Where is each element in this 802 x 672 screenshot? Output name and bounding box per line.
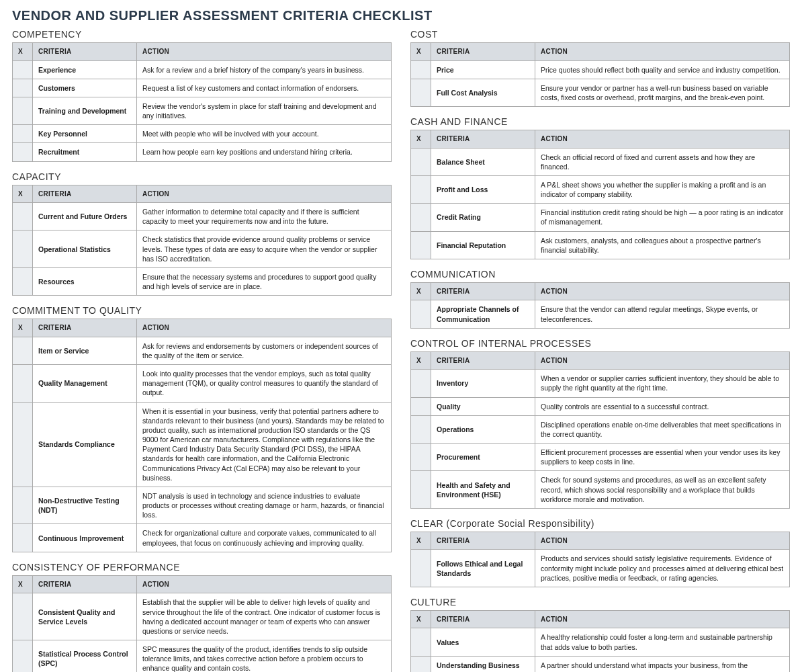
section-title: COMMUNICATION (410, 269, 790, 280)
checkbox-cell[interactable] (13, 79, 33, 97)
checkbox-cell[interactable] (411, 204, 431, 231)
criteria-cell: Inventory (431, 370, 535, 397)
checkbox-cell[interactable] (411, 415, 431, 443)
table-row: Full Cost AnalysisEnsure your vendor or … (411, 79, 790, 106)
criteria-cell: Values (431, 628, 535, 656)
criteria-cell: Item or Service (33, 337, 137, 364)
checkbox-cell[interactable] (411, 175, 431, 203)
checkbox-cell[interactable] (13, 125, 33, 143)
table-row: Item or ServiceAsk for reviews and endor… (13, 337, 392, 364)
checkbox-cell[interactable] (13, 337, 33, 364)
section-title: COMPETENCY (12, 29, 392, 40)
table-row: Understanding Business DriversA partner … (411, 656, 790, 672)
action-cell: Ask for a review and a brief history of … (137, 60, 392, 79)
criteria-cell: Consistent Quality and Service Levels (33, 593, 137, 640)
action-cell: Request a list of key customers and cont… (137, 79, 392, 97)
table-row: Credit RatingFinancial institution credi… (411, 204, 790, 231)
checkbox-cell[interactable] (13, 593, 33, 640)
checkbox-cell[interactable] (13, 640, 33, 672)
column-header-x: X (411, 130, 431, 149)
action-cell: Efficient procurement processes are esse… (535, 444, 790, 471)
checkbox-cell[interactable] (411, 550, 431, 587)
checkbox-cell[interactable] (411, 60, 431, 79)
checkbox-cell[interactable] (411, 79, 431, 106)
criteria-cell: Price (431, 60, 535, 79)
column-header-criteria: CRITERIA (431, 351, 535, 370)
column-header-x: X (13, 185, 33, 203)
checkbox-cell[interactable] (411, 444, 431, 471)
checkbox-cell[interactable] (411, 397, 431, 415)
criteria-cell: Statistical Process Control (SPC) (33, 640, 137, 672)
column-header-x: X (411, 282, 431, 300)
criteria-cell: Full Cost Analysis (431, 79, 535, 106)
column-header-action: ACTION (535, 532, 790, 550)
criteria-cell: Operational Statistics (33, 230, 137, 268)
section-title: CULTURE (410, 597, 790, 607)
checkbox-cell[interactable] (411, 300, 431, 328)
column-header-action: ACTION (535, 610, 790, 628)
table-row: Standards ComplianceWhen it is essential… (13, 402, 392, 487)
table-row: Follows Ethical and Legal StandardsProdu… (411, 550, 790, 587)
criteria-table: XCRITERIAACTIONAppropriate Channels of C… (410, 282, 790, 329)
checkbox-cell[interactable] (411, 148, 431, 175)
section: CONTROL OF INTERNAL PROCESSESXCRITERIAAC… (410, 338, 790, 509)
section: CLEAR (Corporate Social Responsibility)X… (410, 518, 790, 587)
table-row: Continuous ImprovementCheck for organiza… (13, 524, 392, 552)
criteria-cell: Key Personnel (33, 125, 137, 143)
checkbox-cell[interactable] (13, 487, 33, 524)
action-cell: A P&L sheet shows you whether the suppli… (535, 175, 790, 203)
criteria-table: XCRITERIAACTIONConsistent Quality and Se… (12, 575, 392, 672)
table-row: Balance SheetCheck an official record of… (411, 148, 790, 175)
action-cell: Ensure that the vendor can attend regula… (535, 300, 790, 328)
checkbox-cell[interactable] (13, 524, 33, 552)
criteria-cell: Quality Management (33, 365, 137, 403)
action-cell: Meet with people who will be involved wi… (137, 125, 392, 143)
checkbox-cell[interactable] (13, 203, 33, 230)
criteria-cell: Experience (33, 60, 137, 79)
action-cell: Disciplined operations enable on-time de… (535, 415, 790, 443)
checkbox-cell[interactable] (13, 267, 33, 295)
action-cell: Learn how people earn key positions and … (137, 143, 392, 161)
checkbox-cell[interactable] (13, 402, 33, 487)
checkbox-cell[interactable] (411, 656, 431, 672)
column-header-action: ACTION (137, 575, 392, 593)
column-header-criteria: CRITERIA (431, 130, 535, 149)
criteria-cell: Training and Development (33, 97, 137, 124)
action-cell: Financial institution credit rating shou… (535, 204, 790, 231)
action-cell: A healthy relationship could foster a lo… (535, 628, 790, 656)
section: COMMUNICATIONXCRITERIAACTIONAppropriate … (410, 269, 790, 329)
table-row: PricePrice quotes should reflect both qu… (411, 60, 790, 79)
table-row: RecruitmentLearn how people earn key pos… (13, 143, 392, 161)
column-header-action: ACTION (137, 185, 392, 203)
column-header-criteria: CRITERIA (431, 610, 535, 628)
action-cell: Ensure that the necessary systems and pr… (137, 267, 392, 295)
criteria-cell: Procurement (431, 444, 535, 471)
section: CASH AND FINANCEXCRITERIAACTIONBalance S… (410, 116, 790, 259)
checkbox-cell[interactable] (411, 471, 431, 509)
table-row: CustomersRequest a list of key customers… (13, 79, 392, 97)
column-header-action: ACTION (535, 351, 790, 370)
checkbox-cell[interactable] (411, 370, 431, 397)
table-row: OperationsDisciplined operations enable … (411, 415, 790, 443)
section-title: CASH AND FINANCE (410, 116, 790, 127)
checkbox-cell[interactable] (13, 60, 33, 79)
table-row: Quality ManagementLook into quality proc… (13, 365, 392, 403)
section-title: COST (410, 29, 790, 40)
action-cell: Establish that the supplier will be able… (137, 593, 392, 640)
action-cell: When a vendor or supplier carries suffic… (535, 370, 790, 397)
action-cell: Price quotes should reflect both quality… (535, 60, 790, 79)
table-row: Health and Safety and Environment (HSE)C… (411, 471, 790, 509)
checkbox-cell[interactable] (13, 97, 33, 124)
checkbox-cell[interactable] (411, 628, 431, 656)
column-header-action: ACTION (535, 130, 790, 149)
criteria-cell: Continuous Improvement (33, 524, 137, 552)
criteria-cell: Resources (33, 267, 137, 295)
checkbox-cell[interactable] (411, 231, 431, 259)
table-row: Consistent Quality and Service LevelsEst… (13, 593, 392, 640)
checkbox-cell[interactable] (13, 143, 33, 161)
checkbox-cell[interactable] (13, 365, 33, 403)
criteria-table: XCRITERIAACTIONExperienceAsk for a revie… (12, 42, 392, 162)
criteria-cell: Quality (431, 397, 535, 415)
action-cell: Products and services should satisfy leg… (535, 550, 790, 587)
checkbox-cell[interactable] (13, 230, 33, 268)
